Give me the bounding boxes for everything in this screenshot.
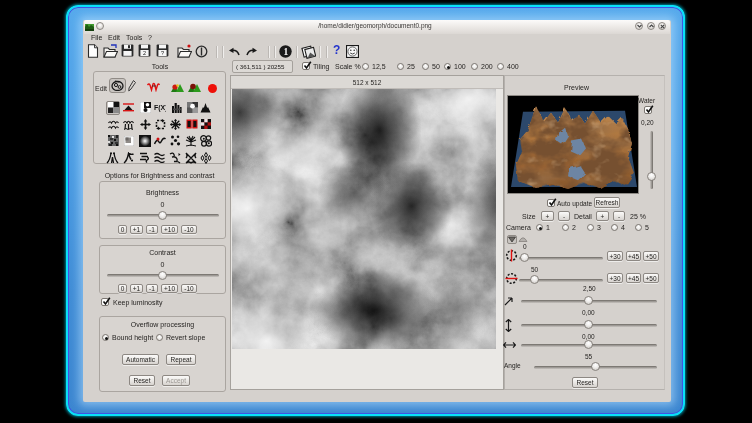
svg-text:F(X): F(X) (154, 104, 166, 112)
svg-text:2: 2 (143, 50, 146, 56)
svg-text:?: ? (161, 50, 164, 56)
svg-text:1: 1 (283, 47, 288, 57)
